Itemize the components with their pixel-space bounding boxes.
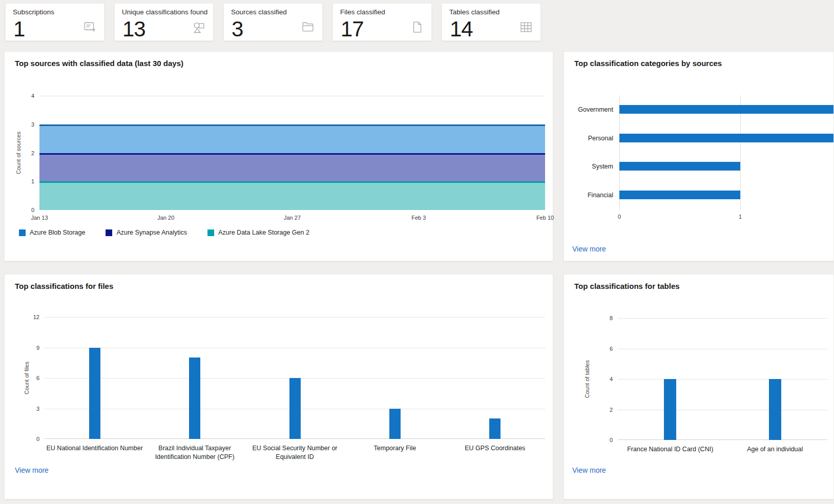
gridline	[618, 318, 827, 319]
bar	[619, 134, 833, 142]
legend-item: Azure Blob Storage	[19, 229, 85, 236]
y-axis-title: Count of tables	[583, 318, 591, 440]
y-tick-label: 12	[33, 314, 39, 320]
category-label: EU GPS Coordinates	[441, 444, 549, 453]
gridline	[45, 348, 545, 348]
kpi-value: 13	[122, 17, 145, 41]
bar	[664, 379, 676, 440]
category-label: System	[592, 163, 613, 170]
folder-icon	[301, 20, 315, 34]
y-tick-label: 0	[36, 436, 39, 442]
category-label: EU Social Security Number or Equivalent …	[241, 444, 349, 461]
y-axis-title: Count of files	[23, 317, 30, 439]
y-axis-title: Count of sources	[15, 96, 22, 210]
bar	[619, 105, 833, 114]
legend-item: Azure Synapse Analytics	[106, 229, 187, 236]
bar	[619, 191, 740, 199]
area-series-azure-data-lake-storage-gen-2	[39, 181, 545, 210]
view-more-link[interactable]: View more	[572, 466, 606, 474]
y-tick-label: 0	[610, 437, 613, 443]
y-tick-label: 0	[31, 207, 34, 213]
y-tick-label: 9	[36, 345, 39, 351]
x-axis-line	[618, 439, 827, 440]
y-tick-label: 4	[31, 93, 34, 99]
legend-label: Azure Blob Storage	[30, 229, 85, 236]
gridline	[618, 379, 827, 380]
vertical-bar-chart: 036912EU National Identification NumberB…	[45, 317, 545, 439]
kpi-label: Files classified	[340, 8, 385, 16]
panel-title: Top sources with classified data (last 3…	[15, 59, 183, 68]
y-tick-label: 6	[36, 375, 39, 381]
bar	[289, 378, 301, 439]
x-tick-label: Feb 10	[536, 215, 554, 221]
area-series-azure-synapse-analytics	[39, 153, 545, 182]
table-icon	[519, 20, 533, 34]
panel-title: Top classification categories by sources	[574, 59, 722, 68]
y-tick-label: 8	[610, 315, 613, 321]
kpi-label: Sources classified	[231, 8, 287, 16]
kpi-card-files-classified: Files classified 17	[332, 3, 432, 41]
stacked-area-chart: 01234Jan 13Jan 20Jan 27Feb 3Feb 10	[39, 96, 545, 210]
kpi-value: 1	[13, 17, 25, 41]
x-tick-label: Jan 27	[284, 215, 301, 221]
bar	[619, 162, 740, 171]
kpi-card-unique-classifications: Unique classifications found 13	[114, 3, 214, 41]
legend-color-chip	[207, 229, 214, 236]
y-tick-label: 2	[610, 407, 613, 413]
subscription-icon	[82, 20, 97, 34]
area-series-azure-blob-storage	[39, 124, 545, 153]
panel-top-sources-classified: Top sources with classified data (last 3…	[4, 51, 553, 261]
y-tick-label: 3	[31, 121, 34, 128]
kpi-label: Subscriptions	[13, 8, 54, 16]
kpi-label: Unique classifications found	[122, 8, 207, 16]
kpi-card-sources-classified: Sources classified 3	[223, 3, 323, 41]
category-label: Age of an individual	[716, 445, 834, 454]
bar	[489, 418, 501, 439]
kpi-row: Subscriptions 1 Unique classifications f…	[5, 3, 541, 41]
kpi-value: 14	[450, 17, 473, 41]
category-label: Personal	[588, 135, 613, 142]
legend-color-chip	[19, 229, 26, 236]
category-label: France National ID Card (CNI)	[611, 445, 729, 454]
gridline	[618, 410, 827, 410]
bar	[389, 409, 401, 439]
file-icon	[410, 20, 424, 34]
kpi-label: Tables classified	[449, 8, 499, 16]
legend-item: Azure Data Lake Storage Gen 2	[207, 229, 309, 236]
bar	[769, 379, 781, 440]
bar	[189, 358, 200, 439]
horizontal-bar-chart: 01GovernmentPersonalSystemFinancial	[619, 95, 833, 209]
panel-top-classification-categories: Top classification categories by sources…	[564, 51, 834, 261]
gridline	[39, 96, 545, 96]
kpi-value: 3	[232, 17, 243, 41]
x-tick-label: Feb 3	[411, 215, 426, 221]
view-more-link[interactable]: View more	[15, 466, 49, 474]
x-tick-label: Jan 13	[31, 215, 48, 221]
classification-shapes-icon	[192, 20, 206, 34]
chart-legend: Azure Blob StorageAzure Synapse Analytic…	[19, 229, 309, 236]
y-tick-label: 1	[31, 178, 34, 184]
x-tick-label: 1	[739, 214, 742, 220]
panel-title: Top classifications for files	[15, 282, 113, 290]
gridline	[618, 349, 827, 349]
y-tick-label: 4	[610, 376, 613, 382]
insights-dashboard: Subscriptions 1 Unique classifications f…	[0, 0, 834, 504]
kpi-value: 17	[341, 17, 364, 41]
x-tick-label: 0	[618, 214, 621, 220]
vertical-bar-chart: 02468France National ID Card (CNI)Age of…	[618, 318, 827, 440]
panel-title: Top classifications for tables	[574, 282, 680, 290]
category-label: Government	[578, 106, 613, 113]
legend-label: Azure Synapse Analytics	[116, 229, 187, 236]
legend-color-chip	[106, 229, 112, 236]
gridline	[45, 317, 545, 318]
y-tick-label: 6	[610, 346, 613, 352]
category-label: Temporary File	[341, 444, 449, 453]
bar	[89, 348, 100, 439]
y-tick-label: 2	[31, 150, 34, 156]
y-tick-label: 3	[36, 406, 39, 412]
view-more-link[interactable]: View more	[572, 245, 606, 253]
x-tick-label: Jan 20	[157, 215, 174, 221]
legend-label: Azure Data Lake Storage Gen 2	[218, 229, 309, 236]
kpi-card-tables-classified: Tables classified 14	[442, 3, 541, 41]
panel-top-classifications-files: Top classifications for files Count of f…	[4, 274, 553, 499]
